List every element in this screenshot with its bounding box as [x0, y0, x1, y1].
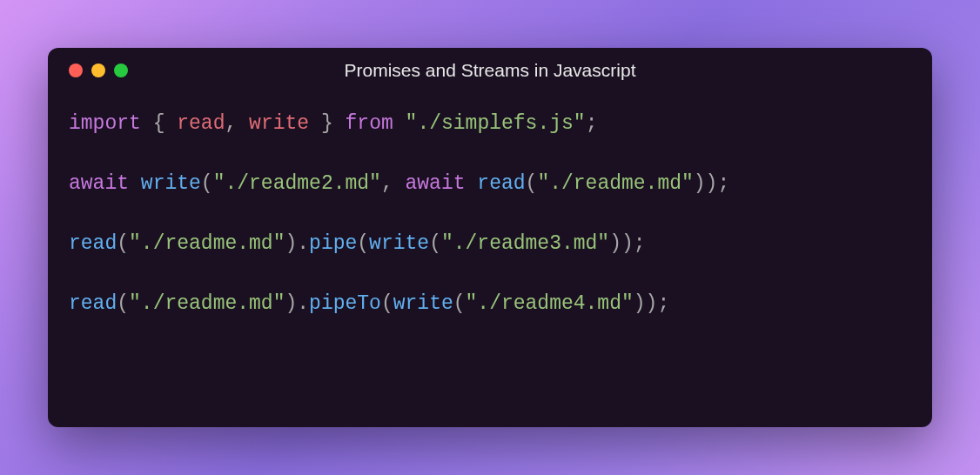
code-token-plain [393, 112, 406, 135]
code-token-call: write [141, 172, 201, 195]
code-line: read("./readme.md").pipeTo(write("./read… [69, 289, 911, 319]
code-window: Promises and Streams in Javascript impor… [48, 48, 932, 427]
code-token-call: pipe [309, 232, 357, 255]
code-token-punct: ( [201, 172, 213, 195]
code-line [69, 199, 911, 230]
code-token-string: "./readme.md" [537, 172, 693, 195]
code-token-plain [129, 172, 141, 195]
code-token-punct: ( [381, 292, 393, 315]
code-token-plain [333, 112, 346, 135]
maximize-icon[interactable] [114, 64, 128, 77]
code-token-call: pipeTo [309, 292, 381, 315]
code-token-punct: )); [694, 172, 729, 195]
code-token-keyword: await [69, 172, 129, 195]
code-token-punct: ( [526, 172, 538, 195]
code-token-plain [309, 112, 321, 135]
code-token-call: write [393, 292, 453, 315]
code-token-plain [393, 172, 406, 195]
code-token-punct: ). [285, 232, 309, 255]
code-token-punct: } [321, 112, 333, 135]
code-token-keyword: from [346, 112, 393, 135]
code-token-punct: ( [117, 292, 129, 315]
code-token-punct: ). [285, 292, 309, 315]
code-token-punct: ( [429, 232, 441, 255]
code-token-string: "./readme3.md" [441, 232, 609, 255]
code-token-keyword: import [69, 112, 141, 135]
code-token-keyword: await [406, 172, 466, 195]
code-line [69, 139, 911, 170]
code-token-string: "./readme4.md" [466, 292, 634, 315]
code-token-plain [141, 112, 153, 135]
code-token-ident: read [177, 112, 225, 135]
code-line: import { read, write } from "./simplefs.… [69, 109, 911, 139]
code-token-punct: ( [117, 232, 129, 255]
traffic-lights [69, 64, 128, 77]
code-token-punct: ( [357, 232, 369, 255]
close-icon[interactable] [69, 64, 83, 77]
code-token-ident: write [249, 112, 309, 135]
code-area[interactable]: import { read, write } from "./simplefs.… [48, 93, 932, 335]
minimize-icon[interactable] [91, 64, 105, 77]
code-token-string: "./readme.md" [129, 292, 285, 315]
window-title: Promises and Streams in Javascript [69, 60, 911, 81]
titlebar: Promises and Streams in Javascript [48, 48, 932, 93]
code-token-string: "./readme2.md" [213, 172, 381, 195]
code-token-plain [466, 172, 478, 195]
code-token-call: read [69, 232, 117, 255]
code-token-punct: , [225, 112, 237, 135]
code-token-call: write [369, 232, 429, 255]
code-token-plain [164, 112, 177, 135]
code-line: read("./readme.md").pipe(write("./readme… [69, 229, 911, 259]
code-line: await write("./readme2.md", await read("… [69, 169, 911, 199]
code-token-string: "./readme.md" [129, 232, 285, 255]
code-token-punct: , [381, 172, 393, 195]
code-token-punct: { [153, 112, 165, 135]
code-token-punct: )); [609, 232, 645, 255]
code-token-plain [237, 112, 249, 135]
code-line [69, 259, 911, 290]
code-token-punct: )); [634, 292, 669, 315]
code-token-string: "./simplefs.js" [406, 112, 586, 135]
code-token-punct: ( [453, 292, 466, 315]
code-token-call: read [477, 172, 525, 195]
code-token-punct: ; [586, 112, 598, 135]
code-token-call: read [69, 292, 117, 315]
